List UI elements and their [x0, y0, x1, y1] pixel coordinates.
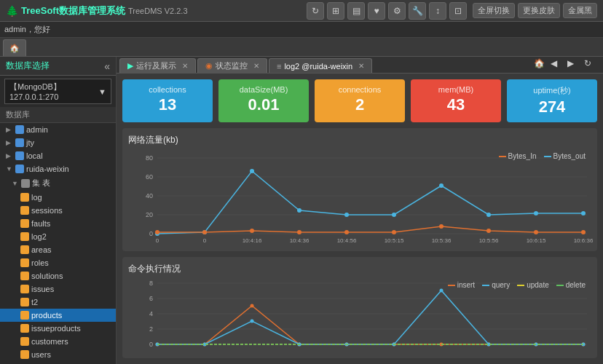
sidebar-tree-item-集 表[interactable]: ▼集 表 [0, 175, 116, 191]
tree-item-label: log [31, 193, 42, 202]
stat-label: uptime(秒) [533, 85, 570, 96]
toolbar-btn-6[interactable]: 🔧 [409, 2, 426, 20]
tab-status-label: 状态监控 [216, 60, 248, 71]
content-nav-refresh[interactable]: ↻ [584, 58, 599, 73]
stat-card-dataSize-MB-: dataSize(MB)0.01 [218, 79, 309, 122]
sidebar-tree-item-local[interactable]: ▶local [0, 149, 116, 162]
sidebar-tree-item-log2[interactable]: log2 [0, 230, 116, 243]
sidebar: 数据库选择 « 【MongoDB】127.0.0.1:270 ▼ 数据库 ▶ad… [0, 57, 117, 364]
skin-value[interactable]: 金属黑 [563, 3, 597, 18]
db-selector[interactable]: 【MongoDB】127.0.0.1:270 ▼ [4, 79, 111, 104]
fullscreen-btn[interactable]: 全屏切换 [473, 3, 515, 18]
admin-label: admin，您好 [4, 24, 50, 35]
network-chart-container: 网络流量(kb) Bytes_In Bytes_out [122, 128, 597, 251]
legend-bytes-out-line [544, 156, 551, 157]
tab-run[interactable]: ▶ 运行及展示 ✕ [119, 58, 196, 73]
sidebar-tree-item-视图[interactable]: ▶视图 [0, 361, 116, 364]
svg-text:10:4:36: 10:4:36 [290, 237, 310, 244]
toolbar-btn-1[interactable]: ↻ [307, 2, 324, 20]
sidebar-tree-item-jty[interactable]: ▶jty [0, 136, 116, 149]
sidebar-tree-item-customers[interactable]: customers [0, 335, 116, 348]
svg-point-62 [251, 320, 254, 323]
svg-text:10:6:15: 10:6:15 [527, 237, 546, 244]
section-db: 数据库 [0, 107, 116, 123]
legend-delete-label: delete [566, 281, 586, 289]
tab-status[interactable]: ◉ 状态监控 ✕ [197, 58, 267, 73]
table-icon [20, 285, 29, 293]
toolbar-btn-8[interactable]: ⊡ [449, 2, 467, 20]
content-nav-home[interactable]: 🏠 [534, 58, 548, 73]
svg-point-21 [202, 230, 207, 234]
sidebar-tree: ▶admin▶jty▶local▼ruida-weixin▼集 表logsess… [0, 123, 116, 364]
stat-value: 43 [447, 95, 465, 114]
expand-icon: ▼ [6, 165, 13, 173]
table-icon [20, 232, 29, 241]
tree-item-label: products [31, 311, 62, 320]
sidebar-collapse-btn[interactable]: « [104, 60, 110, 72]
sidebar-tree-item-issueproducts[interactable]: issueproducts [0, 322, 116, 335]
toolbar-btn-7[interactable]: ↕ [429, 2, 446, 20]
tab-run-close[interactable]: ✕ [182, 62, 188, 70]
folder-icon [21, 179, 30, 188]
network-chart-area: Bytes_In Bytes_out 80 60 [128, 151, 591, 245]
logo-icon: 🌲 [6, 5, 18, 17]
cmd-chart-legend: insert query update delete [448, 281, 586, 289]
stat-card-mem-MB-: mem(MB)43 [411, 79, 501, 122]
content-nav-back[interactable]: ◀ [551, 58, 565, 73]
toolbar-btn-3[interactable]: ▤ [347, 2, 365, 20]
toolbar-btn-2[interactable]: ⊞ [327, 2, 344, 20]
sidebar-tree-item-products[interactable]: products [0, 309, 116, 322]
legend-update-label: update [527, 281, 549, 289]
sidebar-tree-item-sessions[interactable]: sessions [0, 204, 116, 217]
toolbar-btn-4[interactable]: ♥ [368, 2, 385, 20]
sidebar-tree-item-areas[interactable]: areas [0, 243, 116, 256]
sidebar-tree-item-log[interactable]: log [0, 191, 116, 204]
tab-home[interactable]: 🏠 [3, 39, 26, 56]
stat-card-uptime---: uptime(秒)274 [507, 79, 597, 122]
skin-btn[interactable]: 更换皮肤 [518, 3, 560, 18]
table-icon [20, 258, 29, 267]
tab-status-close[interactable]: ✕ [253, 62, 259, 70]
stat-value: 2 [355, 95, 364, 114]
svg-point-52 [251, 304, 254, 308]
tree-item-label: faults [31, 219, 50, 228]
toolbar-btn-5[interactable]: ⚙ [388, 2, 406, 20]
tab-status-icon: ◉ [205, 61, 213, 71]
table-icon [20, 298, 29, 306]
sidebar-tree-item-faults[interactable]: faults [0, 217, 116, 230]
table-icon [20, 245, 29, 254]
table-icon [20, 272, 29, 280]
tab-log2[interactable]: ≡ log2 @ruida-weixin ✕ [269, 58, 372, 73]
svg-point-13 [297, 208, 302, 213]
svg-text:0: 0 [156, 237, 159, 244]
content-nav-forward[interactable]: ▶ [567, 58, 582, 73]
svg-point-22 [250, 229, 254, 233]
content-area: ▶ 运行及展示 ✕ ◉ 状态监控 ✕ ≡ log2 @ruida-weixin … [117, 57, 603, 364]
legend-update-line [517, 285, 524, 286]
tree-item-label: ruida-weixin [26, 165, 69, 173]
sidebar-tree-item-users[interactable]: users [0, 348, 116, 361]
sidebar-tree-item-ruida-weixin[interactable]: ▼ruida-weixin [0, 162, 116, 175]
tab-log2-close[interactable]: ✕ [358, 62, 364, 70]
legend-query-line [482, 285, 489, 286]
expand-icon: ▼ [12, 180, 19, 187]
legend-bytes-in: Bytes_In [499, 152, 537, 160]
tab-run-label: 运行及展示 [136, 60, 176, 71]
content-nav-icons: 🏠 ◀ ▶ ↻ [529, 58, 603, 73]
sidebar-tree-item-solutions[interactable]: solutions [0, 269, 116, 282]
sidebar-tree-item-issues[interactable]: issues [0, 282, 116, 296]
sidebar-title: 数据库选择 [6, 60, 50, 72]
sidebar-tree-item-t2[interactable]: t2 [0, 296, 116, 309]
tree-item-label: t2 [31, 298, 38, 306]
tree-item-label: jty [26, 138, 34, 147]
tree-item-label: log2 [31, 232, 47, 241]
legend-query-label: query [492, 281, 510, 289]
stat-card-connections: connections2 [315, 79, 405, 122]
db-icon [15, 151, 24, 160]
stat-label: dataSize(MB) [240, 85, 288, 94]
stat-label: connections [339, 85, 382, 94]
sidebar-tree-item-admin[interactable]: ▶admin [0, 123, 116, 136]
svg-point-66 [440, 289, 444, 293]
table-icon [20, 324, 29, 333]
sidebar-tree-item-roles[interactable]: roles [0, 256, 116, 269]
